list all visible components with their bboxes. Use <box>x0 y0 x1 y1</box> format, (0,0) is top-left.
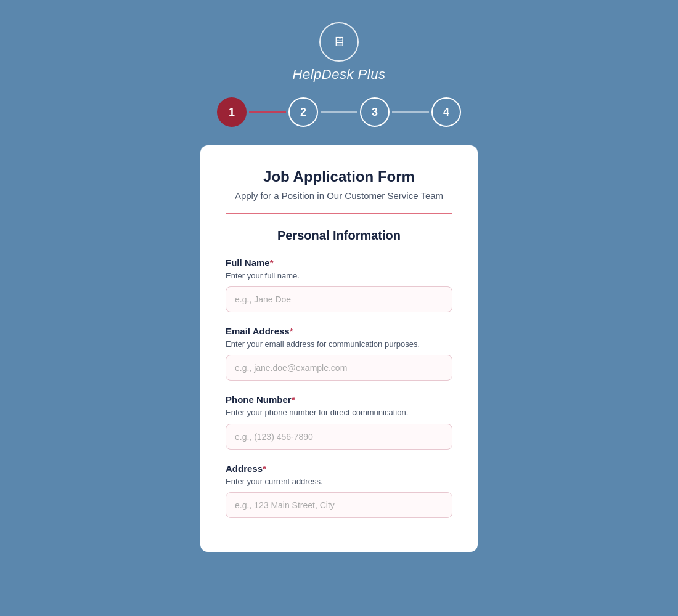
section-title: Personal Information <box>226 229 452 243</box>
email-label: Email Address* <box>226 326 452 336</box>
address-input[interactable] <box>226 492 452 518</box>
phone-hint: Enter your phone number for direct commu… <box>226 407 452 418</box>
phone-input[interactable] <box>226 424 452 450</box>
monitor-icon: 🖥 <box>332 34 346 50</box>
phone-label: Phone Number* <box>226 394 452 405</box>
step-4[interactable]: 4 <box>431 97 461 127</box>
form-subtitle: Apply for a Position in Our Customer Ser… <box>226 190 452 201</box>
step-1[interactable]: 1 <box>217 97 247 127</box>
address-required: * <box>263 463 266 474</box>
field-address: Address* Enter your current address. <box>226 463 452 518</box>
logo-area: 🖥 HelpDesk Plus <box>293 22 386 83</box>
field-phone: Phone Number* Enter your phone number fo… <box>226 394 452 449</box>
step-line-2-3 <box>321 111 357 113</box>
email-required: * <box>290 326 293 336</box>
full-name-hint: Enter your full name. <box>226 270 452 282</box>
stepper: 1 2 3 4 <box>217 97 461 127</box>
step-line-3-4 <box>392 111 429 113</box>
step-2[interactable]: 2 <box>288 97 318 127</box>
step-line-1-2 <box>249 111 286 113</box>
address-hint: Enter your current address. <box>226 476 452 487</box>
logo-circle: 🖥 <box>319 22 359 62</box>
app-name: HelpDesk Plus <box>293 67 386 83</box>
form-title: Job Application Form <box>226 168 452 185</box>
form-card: Job Application Form Apply for a Positio… <box>200 145 478 552</box>
field-email: Email Address* Enter your email address … <box>226 326 452 381</box>
email-hint: Enter your email address for communicati… <box>226 339 452 350</box>
full-name-required: * <box>270 257 274 268</box>
form-divider <box>226 213 452 214</box>
phone-required: * <box>292 394 295 405</box>
full-name-label: Full Name* <box>226 257 452 268</box>
full-name-input[interactable] <box>226 286 452 312</box>
step-3[interactable]: 3 <box>360 97 390 127</box>
email-input[interactable] <box>226 355 452 381</box>
field-full-name: Full Name* Enter your full name. <box>226 257 452 312</box>
address-label: Address* <box>226 463 452 474</box>
